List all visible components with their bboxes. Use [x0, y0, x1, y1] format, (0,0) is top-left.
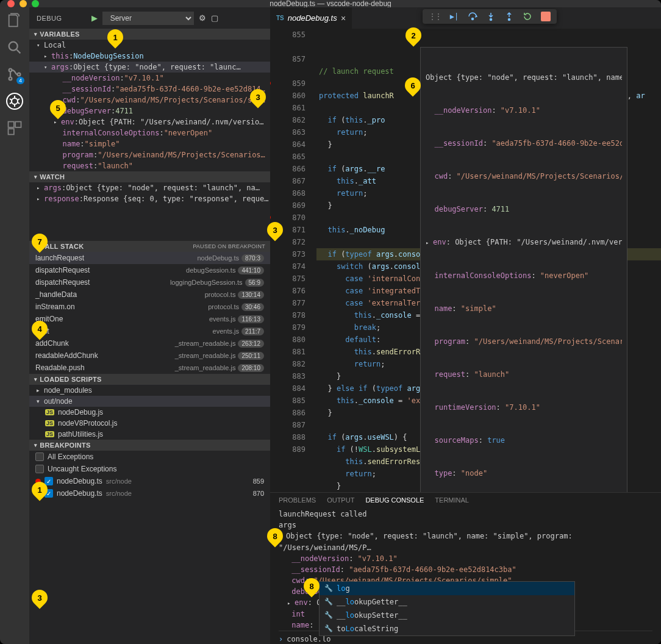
callstack-frame[interactable]: emitevents.js211:7	[29, 325, 270, 337]
tab-problems[interactable]: PROBLEMS	[279, 496, 316, 504]
scope-local[interactable]: ▾Local	[29, 40, 270, 51]
drag-handle-icon[interactable]: ⋮⋮	[429, 12, 441, 21]
script-file[interactable]: JSpathUtilities.js	[29, 429, 270, 440]
var-program[interactable]: program: "/Users/weinand/MS/Projects/Sce…	[29, 149, 270, 160]
var-env[interactable]: ▸env: Object {PATH: "/Users/weinand/.nvm…	[29, 116, 270, 127]
suggest-item[interactable]: 🔧toLocaleString	[320, 622, 574, 635]
extensions-icon[interactable]	[6, 120, 23, 137]
restart-button[interactable]	[523, 12, 532, 21]
callstack-frame[interactable]: emitOneevents.js116:13	[29, 313, 270, 325]
bottom-panel: PROBLEMS OUTPUT DEBUG CONSOLE TERMINAL l…	[270, 492, 661, 644]
svg-point-3	[18, 73, 21, 76]
var-sessionid[interactable]: __sessionId: "aeda75fb-637d-4660-9b2e-ee…	[29, 84, 270, 95]
callstack-header[interactable]: ▾CALL STACKPAUSED ON BREAKPOINT	[29, 241, 270, 252]
debug-icon[interactable]	[6, 93, 23, 110]
step-into-button[interactable]	[486, 12, 496, 21]
callstack-frame[interactable]: launchRequestnodeDebug.ts870:3	[29, 252, 270, 264]
watch-header[interactable]: ▾WATCH	[29, 171, 270, 182]
callstack-frame[interactable]: dispatchRequestloggingDebugSession.ts56:…	[29, 276, 270, 288]
variables-header[interactable]: ▾VARIABLES	[29, 29, 270, 40]
explorer-icon[interactable]	[6, 12, 23, 29]
loaded-scripts-header[interactable]: ▾LOADED SCRIPTS	[29, 374, 270, 385]
svg-point-4	[12, 98, 18, 104]
tab-terminal[interactable]: TERMINAL	[435, 496, 469, 504]
tab-nodedebug[interactable]: TS nodeDebug.ts ×	[270, 7, 352, 29]
debug-view-title: DEBUG	[37, 15, 62, 22]
script-file[interactable]: JSnodeDebug.js	[29, 407, 270, 418]
breakpoints-header[interactable]: ▾BREAKPOINTS	[29, 440, 270, 451]
bp-uncaught-exceptions[interactable]: Uncaught Exceptions	[29, 463, 270, 475]
script-folder-nodemodules[interactable]: ▸node_modules	[29, 385, 270, 396]
callstack-frame[interactable]: readableAddChunk_stream_readable.js250:1…	[29, 349, 270, 362]
maximize-window[interactable]	[32, 0, 39, 7]
activity-bar: 4	[0, 7, 29, 644]
var-request[interactable]: request: "launch"	[29, 160, 270, 171]
var-name[interactable]: name: "simple"	[29, 138, 270, 149]
var-ico[interactable]: internalConsoleOptions: "neverOpen"	[29, 127, 270, 138]
watch-response[interactable]: ▸response: Response {seq: 0, type: "resp…	[29, 193, 270, 204]
console-output: launchRequest called	[279, 509, 652, 520]
debug-sidebar: DEBUG ▶ Server ⚙ ▢ ▾VARIABLES ▾Local ▸th…	[29, 7, 270, 644]
typescript-icon: TS	[276, 15, 284, 21]
svg-point-1	[9, 69, 12, 72]
suggestion-popup[interactable]: 🔧log 🔧__lookupGetter__ 🔧__lookupSetter__…	[319, 581, 575, 636]
tab-output[interactable]: OUTPUT	[327, 496, 354, 504]
callstack-frame[interactable]: dispatchRequestdebugSession.ts441:10	[29, 264, 270, 276]
callstack-frame[interactable]: Readable.push_stream_readable.js208:10	[29, 362, 270, 374]
callstack-frame[interactable]: addChunk_stream_readable.js263:12	[29, 337, 270, 349]
suggest-item[interactable]: 🔧__lookupSetter__	[320, 609, 574, 622]
suggest-item[interactable]: 🔧log	[320, 582, 574, 595]
minimize-window[interactable]	[20, 0, 27, 7]
continue-button[interactable]: ▶|	[449, 12, 459, 21]
scm-icon[interactable]: 4	[6, 66, 23, 83]
watch-args[interactable]: ▸args: Object {type: "node", request: "l…	[29, 182, 270, 193]
stop-button[interactable]	[541, 12, 551, 21]
debug-toolbar[interactable]: ⋮⋮ ▶|	[423, 9, 557, 24]
svg-rect-7	[9, 129, 14, 134]
tab-debug-console[interactable]: DEBUG CONSOLE	[365, 496, 424, 504]
bp-item-2[interactable]: ✓nodeDebug.tssrc/node870	[29, 487, 270, 499]
step-over-button[interactable]	[468, 12, 477, 21]
var-this[interactable]: ▸this: NodeDebugSession	[29, 51, 270, 62]
debug-settings-icon[interactable]: ⚙	[199, 13, 206, 23]
var-cwd[interactable]: cwd: "/Users/weinand/MS/Projects/Scenari…	[29, 95, 270, 106]
callstack-frame[interactable]: inStream.onprotocol.ts30:46	[29, 301, 270, 313]
svg-point-10	[509, 19, 510, 21]
hover-tooltip: Object {type: "node", request: "launch",…	[420, 47, 627, 492]
editor[interactable]: 855857859860861862863864865866867868869➤…	[270, 29, 661, 492]
search-icon[interactable]	[6, 39, 23, 56]
debug-config-select[interactable]: Server	[102, 12, 194, 25]
script-folder-outnode[interactable]: ▾out/node	[29, 396, 270, 407]
callstack-frame[interactable]: _handleDataprotocol.ts130:14	[29, 288, 270, 301]
titlebar: nodeDebug.ts — vscode-node-debug	[0, 0, 661, 7]
svg-point-2	[9, 77, 12, 80]
close-tab-icon[interactable]: ×	[341, 13, 346, 23]
svg-rect-5	[9, 122, 14, 127]
script-file[interactable]: JSnodeV8Protocol.js	[29, 418, 270, 429]
svg-point-0	[9, 42, 18, 51]
debug-console-toggle-icon[interactable]: ▢	[211, 13, 218, 23]
var-args[interactable]: ▾args: Object {type: "node", request: "l…	[29, 62, 270, 73]
svg-point-8	[472, 18, 474, 20]
bp-item-1[interactable]: ✓nodeDebug.tssrc/node859	[29, 475, 270, 487]
scm-badge: 4	[16, 77, 24, 84]
console-object[interactable]: ▾Object {type: "node", request: "launch"…	[279, 531, 652, 553]
svg-rect-6	[15, 122, 21, 127]
editor-tabs: TS nodeDebug.ts × ⋮⋮ ▶|	[270, 7, 661, 29]
step-out-button[interactable]	[504, 12, 514, 21]
svg-point-9	[490, 19, 492, 21]
start-debug-button[interactable]: ▶	[91, 13, 98, 23]
bp-all-exceptions[interactable]: All Exceptions	[29, 451, 270, 463]
close-window[interactable]	[7, 0, 15, 7]
suggest-item[interactable]: 🔧__lookupGetter__	[320, 595, 574, 609]
var-nodeversion[interactable]: __nodeVersion: "v7.10.1"	[29, 73, 270, 84]
